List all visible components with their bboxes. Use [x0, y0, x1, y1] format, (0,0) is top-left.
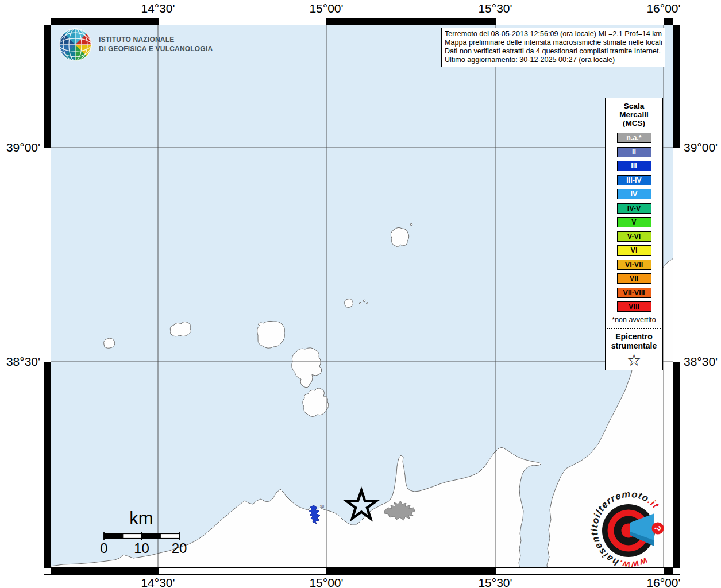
- axis-label-bottom-1500: 15°00': [309, 576, 343, 588]
- info-line-event: Terremoto del 08-05-2013 12:56:09 (ora l…: [445, 30, 662, 38]
- map-canvas: 98 km 0 10 20: [51, 25, 673, 567]
- info-line-updated: Ultimo aggiornamento: 30-12-2025 00:27 (…: [445, 56, 662, 64]
- axis-label-top-1530: 15°30': [478, 2, 512, 16]
- scale-bar-tick-label: 10: [134, 540, 149, 556]
- legend-swatch-iii-iv: III-IV: [617, 175, 651, 185]
- legend-panel: Scala Mercalli (MCS) n.a.* II III III-IV…: [605, 98, 663, 370]
- legend-swatch-vi: VI: [617, 245, 651, 256]
- frame-segment: [673, 25, 680, 148]
- legend-swatch-iii: III: [617, 161, 651, 171]
- frame-segment: [51, 567, 159, 575]
- legend-swatch-iv-v: IV-V: [617, 203, 651, 214]
- frame-segment: [326, 18, 496, 25]
- scale-bar-tick-label: 0: [100, 540, 107, 556]
- axis-label-right-3830: 38°30': [684, 355, 718, 369]
- ingv-logo: ISTITUTO NAZIONALE DI GEOFISICA E VULCAN…: [57, 25, 247, 65]
- axis-label-top-1500: 15°00': [309, 2, 343, 16]
- island-salina: [257, 321, 285, 348]
- legend-swatch-vii: VII: [617, 273, 651, 284]
- axis-label-right-3900: 39°00': [684, 141, 718, 154]
- frame-segment: [664, 18, 673, 25]
- legend-swatch-vi-vii: VI-VII: [617, 260, 651, 270]
- frame-segment: [673, 362, 680, 567]
- info-line-map: Mappa preliminare delle intensità macros…: [445, 38, 662, 47]
- axis-label-bottom-1600: 16°00': [646, 576, 680, 588]
- locality-tiny-label: 98: [320, 504, 325, 508]
- frame-segment: [44, 362, 51, 567]
- frame-segment: [673, 148, 680, 362]
- frame-segment: [495, 567, 664, 575]
- legend-swatch-ii: II: [617, 147, 651, 157]
- scale-bar-unit-label: km: [129, 508, 153, 528]
- institute-name-line2: DI GEOFISICA E VULCANOLOGIA: [99, 44, 213, 53]
- axis-label-top-1600: 16°00': [646, 2, 680, 16]
- map-page: 14°30' 15°00' 15°30' 16°00' 14°30' 15°00…: [0, 0, 721, 588]
- legend-divider: [607, 328, 661, 329]
- legend-footnote: *non avvertito: [606, 316, 662, 324]
- legend-swatch-vii-viii: VII-VIII: [617, 288, 651, 298]
- info-line-data: Dati non verificati estratti da 4 questi…: [445, 47, 662, 56]
- frame-segment: [44, 148, 51, 362]
- legend-swatch-viii: VIII: [617, 301, 651, 312]
- islet-strombolicchio: [410, 223, 412, 226]
- legend-swatch-iv: IV: [617, 189, 651, 199]
- scale-bar-tick-label: 20: [172, 540, 187, 556]
- event-info-box: Terremoto del 08-05-2013 12:56:09 (ora l…: [441, 28, 665, 67]
- axis-label-bottom-1530: 15°30': [478, 576, 512, 588]
- frame-segment: [495, 18, 664, 25]
- frame-segment: [664, 567, 673, 575]
- frame-segment: [326, 567, 496, 575]
- legend-title: Scala Mercalli (MCS): [606, 102, 662, 127]
- axis-label-left-3900: 39°00': [0, 141, 40, 154]
- question-badge: ?: [652, 523, 664, 535]
- frame-corner: [44, 18, 51, 25]
- legend-star-icon: ☆: [606, 352, 662, 369]
- axis-label-top-1430: 14°30': [141, 2, 175, 16]
- frame-segment: [44, 25, 51, 148]
- legend-swatch-na: n.a.*: [617, 133, 651, 143]
- institute-name-line1: ISTITUTO NAZIONALE: [99, 35, 213, 44]
- island-alicudi: [104, 338, 115, 348]
- legend-epicenter-title: Epicentro strumentale: [606, 332, 662, 350]
- frame-corner: [673, 18, 680, 25]
- question-mark: ?: [653, 525, 662, 531]
- frame-corner: [44, 567, 51, 575]
- axis-label-bottom-1430: 14°30': [141, 576, 175, 588]
- axis-label-left-3830: 38°30': [0, 355, 40, 369]
- ingv-globe-icon: [57, 26, 93, 63]
- frame-corner: [673, 567, 680, 575]
- legend-swatch-v-vi: V-VI: [617, 231, 651, 242]
- frame-segment: [158, 567, 327, 575]
- island-stromboli: [391, 227, 409, 247]
- legend-swatch-v: V: [617, 217, 651, 227]
- island-panarea: [345, 299, 353, 308]
- frame-segment: [158, 18, 327, 25]
- frame-segment: [51, 18, 159, 25]
